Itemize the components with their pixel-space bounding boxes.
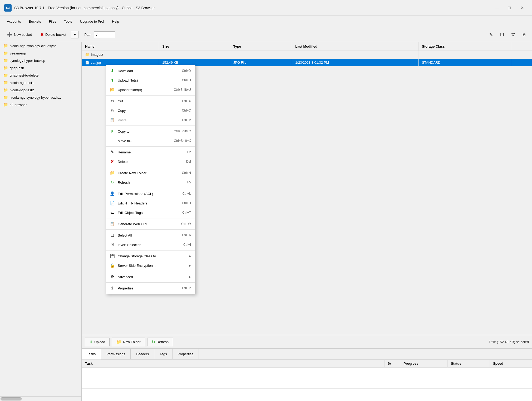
ctx-select-all[interactable]: ☐ Select All Ctrl+A: [106, 230, 195, 240]
window-icon-btn[interactable]: ☐: [497, 30, 507, 39]
minimize-button[interactable]: —: [491, 4, 503, 12]
title-bar: S3 S3 Browser 10.7.1 - Free Version (for…: [0, 0, 532, 16]
tree-item-label: qnap-test-to-delete: [10, 73, 38, 77]
ctx-headers-shortcut: Ctrl+H: [182, 201, 191, 205]
tab-properties[interactable]: Properties: [173, 349, 199, 359]
left-panel-scrollbar[interactable]: [0, 396, 81, 401]
ctx-delete[interactable]: ✖ Delete Del: [106, 157, 195, 166]
menu-upgrade[interactable]: Upgrade to Pro!: [76, 18, 108, 25]
copy-icon-btn[interactable]: ⎘: [519, 30, 529, 39]
tab-permissions[interactable]: Permissions: [101, 349, 131, 359]
folder-icon: 📁: [3, 102, 8, 107]
ctx-download-shortcut: Ctrl+D: [182, 69, 191, 73]
ctx-copy-to-shortcut: Ctrl+Shift+C: [174, 129, 191, 133]
ctx-download-label: Download: [118, 69, 179, 73]
delete-bucket-button[interactable]: ✖ Delete bucket: [37, 30, 70, 39]
ctx-storage-class[interactable]: 💾 Change Storage Class to .. ▶: [106, 251, 195, 261]
headers-icon: 📄: [109, 200, 115, 206]
content-area: 📁 nicola-ngc-synology-cloudsync 📁 veeam-…: [0, 42, 532, 401]
path-label: Path:: [84, 33, 92, 37]
cell-extra: [511, 51, 532, 59]
ctx-encryption[interactable]: 🔒 Server Side Encryption .. ▶: [106, 261, 195, 270]
ctx-edit-headers[interactable]: 📄 Edit HTTP Headers Ctrl+H: [106, 198, 195, 208]
ctx-cut[interactable]: ✂ Cut Ctrl+X: [106, 96, 195, 106]
ctx-edit-tags[interactable]: 🏷 Edit Object Tags Ctrl+T: [106, 208, 195, 217]
ctx-move-to[interactable]: → Move to.. Ctrl+Shift+X: [106, 136, 195, 146]
refresh-button[interactable]: ↻ Refresh: [147, 338, 173, 346]
ctx-upload-files[interactable]: ⬆ Upload file(s) Ctrl+U: [106, 76, 195, 85]
col-extra: [511, 42, 532, 51]
tree-item-label: qnap-hsb: [10, 66, 24, 70]
edit-icon-btn[interactable]: ✎: [486, 30, 496, 39]
context-menu: ⬇ Download Ctrl+D ⬆ Upload file(s) Ctrl+…: [106, 65, 195, 294]
ctx-copy-to[interactable]: ⎘ Copy to.. Ctrl+Shift+C: [106, 127, 195, 136]
folder-icon: 📁: [3, 73, 8, 78]
folder-icon: 📁: [3, 66, 8, 70]
tree-item-2[interactable]: 📁 synology-hyper-backup: [0, 57, 81, 64]
tree-item-3[interactable]: 📁 qnap-hsb: [0, 64, 81, 72]
tree-item-5[interactable]: 📁 nicola-ngc-test1: [0, 79, 81, 86]
tab-headers[interactable]: Headers: [131, 349, 154, 359]
menu-tools[interactable]: Tools: [60, 18, 76, 25]
ctx-gen-url[interactable]: 📋 Generate Web URL.. Ctrl+W: [106, 219, 195, 229]
ctx-properties[interactable]: ℹ Properties Ctrl+P: [106, 283, 195, 293]
ctx-paste: 📋 Paste Ctrl+V: [106, 115, 195, 125]
tab-tasks[interactable]: Tasks: [82, 349, 101, 359]
close-button[interactable]: ✕: [516, 4, 528, 12]
dropdown-btn[interactable]: ▼: [71, 31, 78, 38]
scrollbar-thumb[interactable]: [1, 397, 22, 400]
tab-tags[interactable]: Tags: [154, 349, 172, 359]
maximize-button[interactable]: □: [504, 4, 515, 12]
table-row[interactable]: 📁 Images/: [82, 51, 532, 59]
folder-icon: 📁: [3, 43, 8, 48]
invert-icon: ☑: [109, 242, 115, 248]
tree-item-6[interactable]: 📁 nicola-ngc-test2: [0, 86, 81, 94]
ctx-rename[interactable]: ✎ Rename.. F2: [106, 147, 195, 157]
delete-icon: ✖: [109, 159, 115, 164]
ctx-refresh[interactable]: ↻ Refresh F5: [106, 178, 195, 187]
menu-help[interactable]: Help: [108, 18, 123, 25]
tree-item-8[interactable]: 📁 s3-browser: [0, 101, 81, 108]
ctx-upload-label: Upload file(s): [118, 78, 179, 82]
ctx-upload-folder[interactable]: 📂 Upload folder(s) Ctrl+Shift+U: [106, 85, 195, 94]
ctx-url-shortcut: Ctrl+W: [181, 222, 191, 226]
title-bar-controls: — □ ✕: [491, 4, 528, 12]
folder-icon: 📁: [3, 95, 8, 100]
encryption-icon: 🔒: [109, 263, 115, 268]
ctx-copy-to-label: Copy to..: [118, 129, 171, 133]
tree-item-1[interactable]: 📁 veeam-ngc: [0, 49, 81, 57]
ctx-invert-selection[interactable]: ☑ Invert Selection Ctrl+I: [106, 240, 195, 249]
ctx-encryption-arrow: ▶: [189, 264, 191, 267]
ctx-new-folder[interactable]: 📁 Create New Folder.. Ctrl+N: [106, 168, 195, 178]
ctx-copy[interactable]: ⎘ Copy Ctrl+C: [106, 106, 195, 115]
upload-button[interactable]: ⬆ Upload: [85, 338, 110, 346]
ctx-move-to-shortcut: Ctrl+Shift+X: [174, 139, 191, 143]
paste-icon: 📋: [109, 117, 115, 123]
ctx-permissions-shortcut: Ctrl+L: [183, 192, 191, 196]
upload-icon: ⬆: [109, 77, 115, 83]
ctx-edit-permissions[interactable]: 👤 Edit Permissions (ACL) Ctrl+L: [106, 189, 195, 198]
ctx-advanced[interactable]: ⚙ Advanced ▶: [106, 272, 195, 282]
tree-item-4[interactable]: 📁 qnap-test-to-delete: [0, 72, 81, 79]
ctx-sep-9: [106, 271, 195, 271]
tree-item-0[interactable]: 📁 nicola-ngc-synology-cloudsync: [0, 42, 81, 49]
refresh-icon: ↻: [152, 339, 155, 344]
menu-buckets[interactable]: Buckets: [25, 18, 45, 25]
new-bucket-button[interactable]: ➕ New bucket: [3, 30, 35, 39]
menu-accounts[interactable]: Accounts: [3, 18, 24, 25]
tree-item-7[interactable]: 📁 nicola-ngc-synology-hyper-back...: [0, 94, 81, 101]
refresh-label: Refresh: [157, 340, 169, 344]
tree-item-label: nicola-ngc-synology-hyper-back...: [10, 96, 61, 99]
ctx-copy-shortcut: Ctrl+C: [182, 109, 191, 112]
ctx-sep-2: [106, 126, 195, 126]
filter-icon-btn[interactable]: ▽: [508, 30, 518, 39]
select-all-icon: ☐: [109, 232, 115, 238]
ctx-download[interactable]: ⬇ Download Ctrl+D: [106, 66, 195, 76]
menu-files[interactable]: Files: [45, 18, 60, 25]
tasks-col-progress: Progress: [400, 360, 448, 368]
col-size: Size: [159, 42, 230, 51]
delete-icon: ✖: [40, 32, 44, 37]
bottom-area: Tasks Permissions Headers Tags Propertie…: [82, 348, 532, 401]
new-folder-button[interactable]: 📁 New Folder: [112, 338, 145, 346]
path-input[interactable]: [94, 31, 115, 38]
